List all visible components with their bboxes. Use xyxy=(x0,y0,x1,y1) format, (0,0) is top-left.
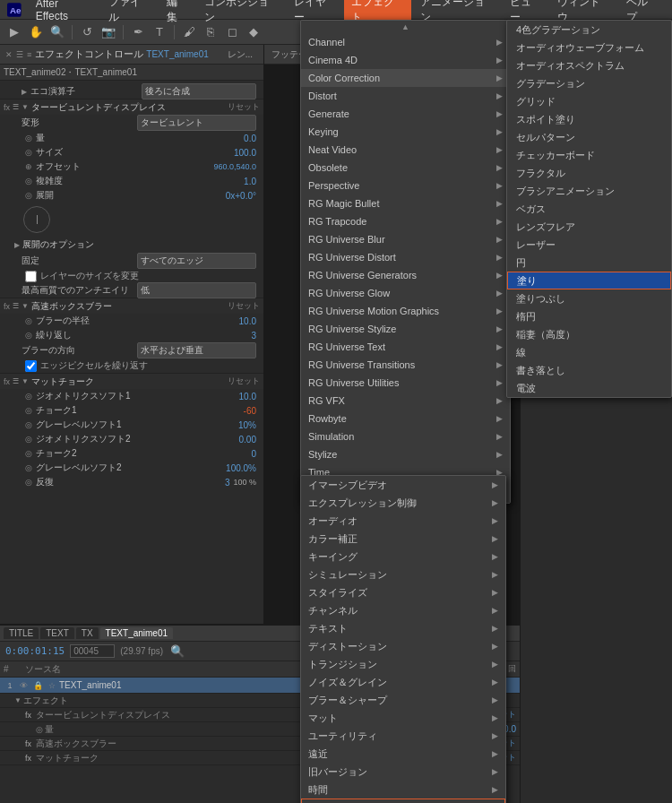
tab-tx[interactable]: TX xyxy=(76,627,99,639)
jp-keying[interactable]: キーイング ▶ xyxy=(301,548,505,566)
toolbar-rotate[interactable]: ↺ xyxy=(78,23,96,41)
jp-expression[interactable]: エクスプレッション制御 ▶ xyxy=(301,494,505,512)
dd-rg-magic-bullet[interactable]: RG Magic Bullet ▶ xyxy=(301,194,510,212)
sub-lightning-adv[interactable]: 稲妻（高度） xyxy=(507,325,671,343)
dd-rg-universe-glow[interactable]: RG Universe Glow ▶ xyxy=(301,284,510,302)
dd-simulation[interactable]: Simulation ▶ xyxy=(301,427,510,445)
toolbar-zoom[interactable]: 🔍 xyxy=(48,23,66,41)
sub-grid[interactable]: グリッド xyxy=(507,92,671,110)
sub-vegas[interactable]: ベガス xyxy=(507,200,671,218)
jp-utility[interactable]: ユーティリティ ▶ xyxy=(301,727,505,745)
toolbar-clone[interactable]: ⎘ xyxy=(202,23,220,41)
layersize-checkbox[interactable] xyxy=(25,271,37,282)
dd-rg-universe-stylize[interactable]: RG Universe Stylize ▶ xyxy=(301,320,510,338)
expand-options-header[interactable]: ▶ 展開のオプション xyxy=(0,237,263,253)
edge-repeat-checkbox[interactable] xyxy=(25,360,37,372)
dd-obsolete[interactable]: Obsolete ▶ xyxy=(301,159,510,177)
sub-ellipse[interactable]: 楕円 xyxy=(507,307,671,325)
sub-radio-waves[interactable]: 電波 xyxy=(507,379,671,397)
jp-noise-grain[interactable]: ノイズ＆グレイン ▶ xyxy=(301,673,505,691)
dd-stylize[interactable]: Stylize ▶ xyxy=(301,445,510,463)
toolbar-camera[interactable]: 📷 xyxy=(99,23,117,41)
sub-paint-bucket[interactable]: 塗りつぶし xyxy=(507,289,671,307)
dd-rg-universe-generators[interactable]: RG Universe Generators ▶ xyxy=(301,266,510,284)
jp-distortion[interactable]: ディストーション ▶ xyxy=(301,637,505,655)
jp-matte[interactable]: マット ▶ xyxy=(301,709,505,727)
sub-fill[interactable]: 塗り xyxy=(507,272,671,289)
blur-group-header[interactable]: fx ☰ ▼ 高速ボックスブラー リセット xyxy=(0,298,263,314)
jp-stylize[interactable]: スタイライズ ▶ xyxy=(301,583,505,601)
sub-audio-spectrum[interactable]: オーディオスペクトラム xyxy=(507,56,671,74)
dd-rg-vfx[interactable]: RG VFX ▶ xyxy=(301,392,510,410)
sub-4color[interactable]: 4色グラデーション xyxy=(507,21,671,39)
toolbar-hand[interactable]: ✋ xyxy=(27,23,45,41)
antialias-row: 最高画質でのアンチエイリ 低 xyxy=(0,283,263,298)
sub-circle[interactable]: 円 xyxy=(507,254,671,272)
sub-line[interactable]: 線 xyxy=(507,343,671,361)
render-tab[interactable]: レン... xyxy=(222,47,258,63)
matte-group-header[interactable]: fx ☰ ▼ マットチョーク リセット xyxy=(0,373,263,389)
dd-rg-universe-text[interactable]: RG Universe Text ▶ xyxy=(301,338,510,356)
dd-generate[interactable]: Generate ▶ xyxy=(301,105,510,123)
jp-immersive[interactable]: イマーシブビデオ ▶ xyxy=(301,476,505,494)
toolbar-text[interactable]: T xyxy=(151,23,168,41)
dd-rg-universe-utilities[interactable]: RG Universe Utilities ▶ xyxy=(301,374,510,392)
jp-text[interactable]: テキスト ▶ xyxy=(301,619,505,637)
sub-checkerboard[interactable]: チェッカーボード xyxy=(507,146,671,164)
jp-transition[interactable]: トランジション ▶ xyxy=(301,655,505,673)
tl-search-btn[interactable]: 🔍 xyxy=(168,643,186,661)
jp-perspective[interactable]: 遠近 ▶ xyxy=(301,745,505,763)
dd-rg-universe-distort[interactable]: RG Universe Distort ▶ xyxy=(301,248,510,266)
dd-distort[interactable]: Distort ▶ xyxy=(301,87,510,105)
matte-reset[interactable]: リセット xyxy=(228,376,260,387)
sub-laser[interactable]: レーザー xyxy=(507,236,671,254)
dd-perspective[interactable]: Perspective ▶ xyxy=(301,177,510,194)
dd-rg-universe-blur[interactable]: RG Universe Blur ▶ xyxy=(301,230,510,248)
pin-select[interactable]: すべてのエッジ xyxy=(137,253,256,269)
jp-legacy[interactable]: 旧バージョン ▶ xyxy=(301,763,505,781)
dd-color-correction[interactable]: Color Correction ▶ xyxy=(301,69,510,87)
menu-aftereffects[interactable]: After Effects xyxy=(29,0,100,24)
blur-dir-select[interactable]: 水平および垂直 xyxy=(137,342,256,358)
blur-reset[interactable]: リセット xyxy=(228,300,260,312)
pin-row: 固定 すべてのエッジ xyxy=(0,253,263,269)
timeline-time: 0:00:01:15 xyxy=(5,645,65,657)
antialias-select[interactable]: 低 xyxy=(137,282,256,298)
sub-eyedropper-fill[interactable]: スポイト塗り xyxy=(507,110,671,128)
frame-input[interactable] xyxy=(70,644,115,658)
shape-select[interactable]: タービュレント xyxy=(137,115,256,131)
turbulent-group-header[interactable]: fx ☰ ▼ ターービュレントディスプレイス リセット xyxy=(0,99,263,115)
tab-text[interactable]: TEXT xyxy=(40,627,74,639)
sub-cell-pattern[interactable]: セルパターン xyxy=(507,128,671,146)
tab-title[interactable]: TITLE xyxy=(4,627,39,639)
sub-lens-flare[interactable]: レンズフレア xyxy=(507,218,671,236)
turbulent-reset[interactable]: リセット xyxy=(228,101,260,113)
toolbar-select[interactable]: ▶ xyxy=(5,23,23,41)
jp-color-correction[interactable]: カラー補正 ▶ xyxy=(301,530,505,548)
jp-simulation[interactable]: シミュレーション ▶ xyxy=(301,566,505,583)
jp-capture[interactable]: 撮画 ▶ xyxy=(301,799,505,803)
toolbar-puppet[interactable]: ◆ xyxy=(245,23,263,41)
jp-channel[interactable]: チャンネル ▶ xyxy=(301,601,505,619)
echo-select[interactable]: 後ろに合成 xyxy=(142,83,256,99)
dd-neat-video[interactable]: Neat Video ▶ xyxy=(301,141,510,159)
jp-blur-sharpen[interactable]: ブラー＆シャープ ▶ xyxy=(301,691,505,709)
toolbar-pen[interactable]: ✒ xyxy=(129,23,147,41)
jp-audio[interactable]: オーディオ ▶ xyxy=(301,512,505,530)
sub-write-on[interactable]: 書き落とし xyxy=(507,361,671,379)
dd-cinema4d[interactable]: Cinema 4D ▶ xyxy=(301,51,510,69)
dd-channel[interactable]: Channel ▶ xyxy=(301,33,510,51)
dd-keying[interactable]: Keying ▶ xyxy=(301,123,510,141)
toolbar-eraser[interactable]: ◻ xyxy=(223,23,241,41)
dd-rg-trapcode[interactable]: RG Trapcode ▶ xyxy=(301,212,510,230)
sub-brush-animation[interactable]: ブラシアニメーション xyxy=(507,182,671,200)
sub-audio-waveform[interactable]: オーディオウェーブフォーム xyxy=(507,39,671,56)
toolbar-brush[interactable]: 🖌 xyxy=(180,23,198,41)
dd-rg-universe-transitions[interactable]: RG Universe Transitions ▶ xyxy=(301,356,510,374)
dd-rg-universe-motion[interactable]: RG Universe Motion Graphics ▶ xyxy=(301,302,510,320)
sub-gradient[interactable]: グラデーション xyxy=(507,74,671,92)
jp-time[interactable]: 時間 ▶ xyxy=(301,781,505,799)
tab-textanime01[interactable]: TEXT_anime01 xyxy=(100,627,173,639)
sub-fractal[interactable]: フラクタル xyxy=(507,164,671,182)
dd-rowbyte[interactable]: Rowbyte ▶ xyxy=(301,410,510,427)
